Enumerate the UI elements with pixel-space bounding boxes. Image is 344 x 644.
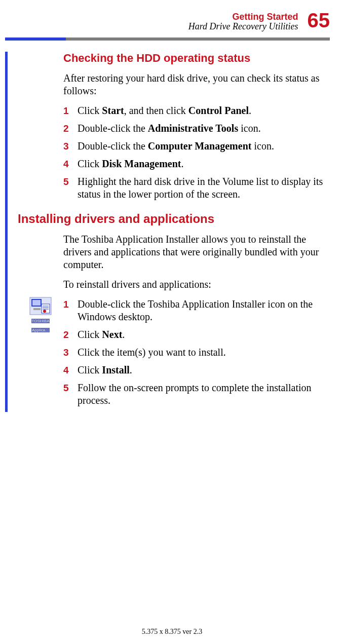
page-header: Getting Started Hard Drive Recovery Util… — [5, 10, 330, 32]
step-2-5: 5 Follow the on-screen prompts to comple… — [63, 382, 330, 407]
step-number: 2 — [63, 122, 78, 135]
step-1-3: 3 Double-click the Computer Management i… — [63, 140, 330, 153]
svg-rect-3 — [33, 308, 41, 310]
step-2-1: 1 Double-click the Toshiba Application I… — [63, 298, 330, 323]
step-number: 1 — [63, 298, 78, 323]
heading-installing-drivers: Installing drivers and applications — [18, 212, 330, 226]
step-2-2: 2 Click Next. — [63, 328, 330, 341]
step-1-2: 2 Double-click the Administrative Tools … — [63, 122, 330, 135]
step-2-4: 4 Click Install. — [63, 364, 330, 376]
section-subtitle: Hard Drive Recovery Utilities — [188, 21, 298, 32]
step-1-5: 5 Highlight the hard disk drive in the V… — [63, 175, 330, 201]
toshiba-application-icon: TOSHIBA Applica… — [28, 297, 53, 333]
icon-caption-2: Applica… — [31, 328, 50, 332]
step-number: 5 — [63, 175, 78, 201]
step-number: 4 — [63, 158, 78, 170]
icon-caption-1: TOSHIBA — [31, 319, 50, 323]
step-1-1: 1 Click Start, and then click Control Pa… — [63, 104, 330, 117]
step-1-4: 4 Click Disk Management. — [63, 158, 330, 170]
intro-paragraph-2: The Toshiba Application Installer allows… — [63, 233, 330, 271]
header-rule — [5, 37, 330, 41]
step-number: 3 — [63, 346, 78, 359]
svg-rect-2 — [32, 300, 41, 306]
step-2-3: 3 Click the item(s) you want to install. — [63, 346, 330, 359]
step-number: 5 — [63, 382, 78, 407]
footer-text: 5.375 x 8.375 ver 2.3 — [0, 628, 344, 636]
step-number: 2 — [63, 328, 78, 341]
intro-paragraph-1: After restoring your hard disk drive, yo… — [63, 72, 330, 97]
intro-paragraph-3: To reinstall drivers and applications: — [63, 278, 330, 291]
heading-checking-hdd: Checking the HDD operating status — [63, 52, 330, 65]
step-number: 1 — [63, 104, 78, 117]
step-number: 4 — [63, 364, 78, 376]
svg-point-8 — [43, 310, 46, 313]
page-number: 65 — [308, 10, 330, 30]
chapter-title: Getting Started — [188, 12, 298, 21]
step-number: 3 — [63, 140, 78, 153]
